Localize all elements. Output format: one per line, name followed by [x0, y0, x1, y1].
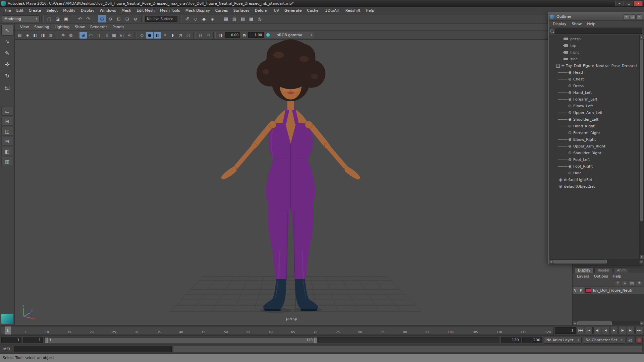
layout-outliner-persp-icon[interactable]: ▥	[1, 157, 13, 166]
playback-start-field[interactable]	[23, 337, 43, 343]
menu-item[interactable]: Edit Mesh	[134, 7, 157, 14]
film-gate-icon[interactable]: ▭	[87, 32, 95, 39]
menu-item[interactable]: Curves	[213, 7, 231, 14]
panel-menu-item[interactable]: Panels	[110, 23, 127, 31]
step-forward-frame-button[interactable]: ▶|	[627, 327, 635, 334]
textured-icon[interactable]: ◐	[154, 32, 161, 39]
render-current-frame-icon[interactable]: ▨	[230, 15, 238, 22]
range-end-handle[interactable]	[314, 338, 317, 343]
menu-item[interactable]: Deform	[252, 7, 271, 14]
menu-item[interactable]: Help	[363, 7, 377, 14]
grid-toggle-icon[interactable]: ⊞	[79, 32, 87, 39]
menu-item[interactable]: Cache	[304, 7, 321, 14]
outliner-item[interactable]: ⊕ Head	[549, 69, 639, 76]
new-scene-icon[interactable]: ▢	[45, 15, 53, 22]
scroll-down-icon[interactable]: ▼	[640, 255, 644, 259]
undo-icon[interactable]: ↶	[76, 15, 84, 22]
bookmarks-icon[interactable]: ◨	[39, 32, 47, 39]
save-scene-icon[interactable]: ▣	[62, 15, 70, 22]
outliner-item[interactable]: side	[549, 56, 639, 62]
doll-boots[interactable]	[263, 279, 318, 311]
scrollbar-track[interactable]	[553, 259, 639, 264]
outliner-item[interactable]: ⊕ Dress	[549, 82, 639, 89]
outliner-horizontal-scrollbar[interactable]: ◀ ▶	[549, 259, 644, 263]
camera-attributes-icon[interactable]: ◧	[32, 32, 39, 39]
select-by-hierarchy-icon[interactable]: ◇	[192, 15, 200, 22]
outliner-item[interactable]: ⊕ Upper_Arm_Left	[549, 109, 639, 116]
menu-item[interactable]: Modify	[60, 7, 78, 14]
outliner-item[interactable]: ⊕ Foot_Right	[549, 163, 639, 170]
menu-item[interactable]: -3DtoAll-	[321, 7, 343, 14]
outliner-menu-item[interactable]: Display	[550, 22, 569, 26]
resolution-gate-icon[interactable]: ▯	[95, 32, 102, 39]
menu-item[interactable]: Redshift	[343, 7, 363, 14]
select-tool-icon[interactable]: ↖	[1, 25, 13, 36]
ipr-render-icon[interactable]: ▧	[239, 15, 247, 22]
range-start-handle[interactable]	[45, 338, 48, 343]
outliner-item[interactable]: ⊕ Forearm_Right	[549, 129, 639, 136]
render-settings-icon[interactable]: ▩	[247, 15, 255, 22]
snap-to-points-icon[interactable]: ⊡	[115, 15, 123, 22]
viewport-3d-canvas[interactable]: y x z persp	[15, 40, 572, 325]
gamma-field[interactable]	[248, 32, 264, 38]
current-frame-field[interactable]	[555, 327, 576, 334]
scroll-left-icon[interactable]: ◀	[549, 259, 553, 264]
image-plane-icon[interactable]: ▥	[47, 32, 54, 39]
scale-tool-icon[interactable]: ◱	[1, 82, 13, 93]
outliner-vertical-scrollbar[interactable]: ▲ ▼	[639, 35, 644, 259]
select-by-component-icon[interactable]: ◈	[208, 15, 216, 22]
menu-item[interactable]: Edit	[13, 7, 26, 14]
range-slider-selection[interactable]: 1 120	[45, 338, 317, 343]
construction-history-icon[interactable]: ↺	[183, 15, 191, 22]
menu-item[interactable]: Create	[26, 7, 44, 14]
outliner-item[interactable]: ◉ defaultObjectSet	[549, 183, 639, 190]
layout-two-pane-side-icon[interactable]: ◫	[1, 127, 13, 136]
viewport-3d-scene[interactable]	[15, 40, 572, 325]
layout-four-pane-icon[interactable]: ⊞	[1, 117, 13, 126]
scrollbar-thumb[interactable]	[553, 260, 607, 263]
2d-pan-zoom-icon[interactable]: ✥	[59, 32, 67, 39]
paint-select-tool-icon[interactable]: ✎	[1, 48, 13, 58]
step-forward-key-button[interactable]: |▶	[619, 327, 626, 334]
layer-horizontal-scrollbar[interactable]: ◀ ▶	[573, 321, 644, 325]
outliner-title-bar[interactable]: Outliner ─▢✕	[549, 13, 644, 21]
create-layer-from-selected-icon[interactable]: ✚	[636, 281, 642, 286]
channel-box-tab[interactable]: Render	[594, 267, 613, 273]
scroll-up-icon[interactable]: ▲	[640, 35, 644, 39]
make-live-icon[interactable]: ⊘	[131, 15, 140, 22]
outliner-item[interactable]: ⊕ Forearm_Left	[549, 96, 639, 103]
exposure-icon[interactable]: ◑	[217, 32, 224, 39]
outliner-item[interactable]: ⊕ Upper_Arm_Right	[549, 143, 639, 149]
menu-set-selector[interactable]: Modeling ▾	[2, 15, 40, 22]
outliner-item-root[interactable]: − ✳ Toy_Doll_Figure_Neutral_Pose_Dressed…	[549, 62, 639, 69]
menu-item[interactable]: Generate	[282, 7, 304, 14]
step-back-frame-button[interactable]: |◀	[585, 327, 593, 334]
layout-single-pane-icon[interactable]: ▭	[1, 107, 13, 116]
scrollbar-track[interactable]	[577, 321, 640, 325]
outliner-item[interactable]: front	[549, 49, 639, 56]
snap-to-grids-icon[interactable]: ⊞	[98, 15, 106, 22]
step-back-key-button[interactable]: ◀|	[593, 327, 601, 334]
layout-two-pane-stacked-icon[interactable]: ⊟	[1, 137, 13, 146]
layer-playback-toggle[interactable]: P	[578, 287, 584, 294]
minimize-button[interactable]: ─	[615, 1, 624, 6]
occlusion-icon[interactable]: ◔	[177, 32, 184, 39]
wireframe-icon[interactable]: ◇	[138, 32, 146, 39]
layer-color-swatch[interactable]	[585, 288, 591, 293]
toon-outline-icon[interactable]: ◎	[256, 15, 264, 22]
scrollbar-thumb[interactable]	[577, 321, 612, 325]
outliner-item[interactable]: ⊕ Hand_Left	[549, 89, 639, 96]
outliner-item[interactable]: top	[549, 42, 639, 49]
field-chart-icon[interactable]: ▦	[110, 32, 118, 39]
oversampling-icon[interactable]: ◍	[67, 32, 74, 39]
select-by-object-icon[interactable]: ◆	[200, 15, 208, 22]
menu-item[interactable]: Mesh	[119, 7, 134, 14]
panel-menu-item[interactable]: Lighting	[52, 23, 72, 31]
window-maximize-button[interactable]: ▢	[630, 14, 636, 19]
render-view-icon[interactable]: ▦	[222, 15, 230, 22]
channel-box-tab[interactable]: Display	[575, 267, 594, 273]
use-all-lights-icon[interactable]: ☀	[161, 32, 169, 39]
safe-action-icon[interactable]: ◱	[118, 32, 125, 39]
isolate-select-icon[interactable]: ◎	[197, 32, 204, 39]
outliner-item[interactable]: ⊕ Hand_Right	[549, 123, 639, 129]
